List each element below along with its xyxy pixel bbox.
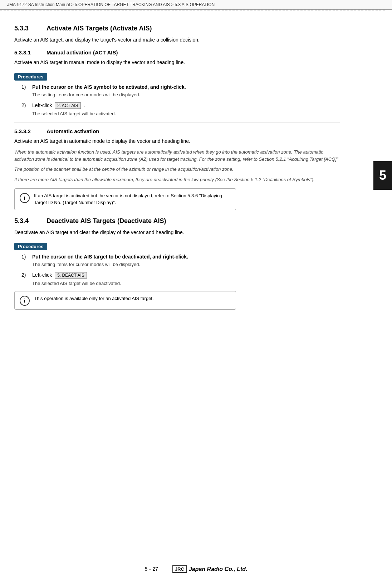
step-5331-1-number: 1) xyxy=(21,84,32,90)
auto-note-2: The position of the scanner shall be at … xyxy=(14,166,340,173)
info-icon-5332: i xyxy=(20,193,30,203)
section-533-intro: Activate an AIS target, and display the … xyxy=(14,36,340,44)
step-534-1-number: 1) xyxy=(21,254,32,260)
auto-note-1: When the automatic activation function i… xyxy=(14,149,340,163)
info-box-534: i This operation is available only for a… xyxy=(14,291,236,310)
step-5331-1-subtext: The setting items for cursor modes will … xyxy=(32,92,340,97)
info-text-534: This operation is available only for an … xyxy=(34,295,231,302)
section-5332-number: 5.3.3.2 xyxy=(14,128,46,134)
step-534-2-content: Left-click 5. DEACT AIS xyxy=(32,272,340,279)
step-534-1-text: Put the cursor on the AIS target to be d… xyxy=(32,254,340,260)
step-534-1-subtext: The setting items for cursor modes will … xyxy=(32,262,340,267)
section-533-header: 5.3.3 Activate AIS Targets (Activate AIS… xyxy=(14,25,340,32)
section-5331-intro: Activate an AIS target in manual mode to… xyxy=(14,58,340,66)
page-number: 5－27 xyxy=(145,566,158,572)
deact-ais-button[interactable]: 5. DEACT AIS xyxy=(55,272,87,279)
section-534-header: 5.3.4 Deactivate AIS Targets (Deactivate… xyxy=(14,217,340,225)
act-ais-button[interactable]: 2. ACT AIS xyxy=(55,102,80,109)
section-534-number: 5.3.4 xyxy=(14,217,46,225)
step-534-2: 2) Left-click 5. DEACT AIS The selected … xyxy=(21,272,340,286)
step-534-2-number: 2) xyxy=(21,272,32,278)
footer: 5－27 JRC Japan Radio Co., Ltd. xyxy=(0,565,392,573)
section-5331-title: Manual activation (ACT AIS) xyxy=(46,49,118,55)
step-5331-2-content: Left-click 2. ACT AIS . xyxy=(32,102,340,109)
procedures-badge-2: Procedures xyxy=(14,243,47,250)
info-box-5332: i If an AIS target is activated but the … xyxy=(14,188,236,210)
auto-note-3: If there are more AIS targets than the a… xyxy=(14,176,340,183)
breadcrumb: JMA-9172-SA Instruction Manual > 5.OPERA… xyxy=(0,0,392,10)
section-5331-number: 5.3.3.1 xyxy=(14,49,46,55)
jrc-label: JRC xyxy=(172,565,187,573)
step-5331-2-before: Left-click xyxy=(32,102,52,108)
step-5331-2-row: 2) Left-click 2. ACT AIS . xyxy=(21,102,340,109)
main-content: 5.3.3 Activate AIS Targets (Activate AIS… xyxy=(0,10,351,322)
info-icon-534: i xyxy=(20,296,30,306)
step-534-1-row: 1) Put the cursor on the AIS target to b… xyxy=(21,254,340,260)
brand-name: Japan Radio Co., Ltd. xyxy=(189,566,248,572)
section-divider-1 xyxy=(14,122,340,122)
step-5331-2-number: 2) xyxy=(21,102,32,108)
chapter-tab: 5 xyxy=(373,161,392,190)
footer-logo: JRC Japan Radio Co., Ltd. xyxy=(172,565,248,573)
section-5332-title: Automatic activation xyxy=(46,128,99,134)
section-533-title: Activate AIS Targets (Activate AIS) xyxy=(46,25,152,32)
step-5331-1: 1) Put the cursor on the AIS symbol to b… xyxy=(21,84,340,97)
info-text-5332: If an AIS target is activated but the ve… xyxy=(34,192,231,206)
step-5331-1-text: Put the cursor on the AIS symbol to be a… xyxy=(32,84,340,90)
step-534-1: 1) Put the cursor on the AIS target to b… xyxy=(21,254,340,267)
step-5331-2-subtext: The selected AIS target will be activate… xyxy=(32,111,340,116)
step-534-2-subtext: The selected AIS target will be deactiva… xyxy=(32,281,340,286)
section-5331-header: 5.3.3.1 Manual activation (ACT AIS) xyxy=(14,49,340,55)
section-533-number: 5.3.3 xyxy=(14,25,46,32)
section-534-intro: Deactivate an AIS target and clear the d… xyxy=(14,228,340,236)
section-5332-header: 5.3.3.2 Automatic activation xyxy=(14,128,340,134)
section-5332-intro: Activate an AIS target in automatic mode… xyxy=(14,137,340,145)
step-534-2-row: 2) Left-click 5. DEACT AIS xyxy=(21,272,340,279)
step-5331-2-after: . xyxy=(84,102,85,108)
procedures-badge-1: Procedures xyxy=(14,73,47,81)
step-534-2-before: Left-click xyxy=(32,272,52,278)
section-534-title: Deactivate AIS Targets (Deactivate AIS) xyxy=(46,217,166,225)
step-5331-2: 2) Left-click 2. ACT AIS . The selected … xyxy=(21,102,340,116)
step-5331-1-row: 1) Put the cursor on the AIS symbol to b… xyxy=(21,84,340,90)
